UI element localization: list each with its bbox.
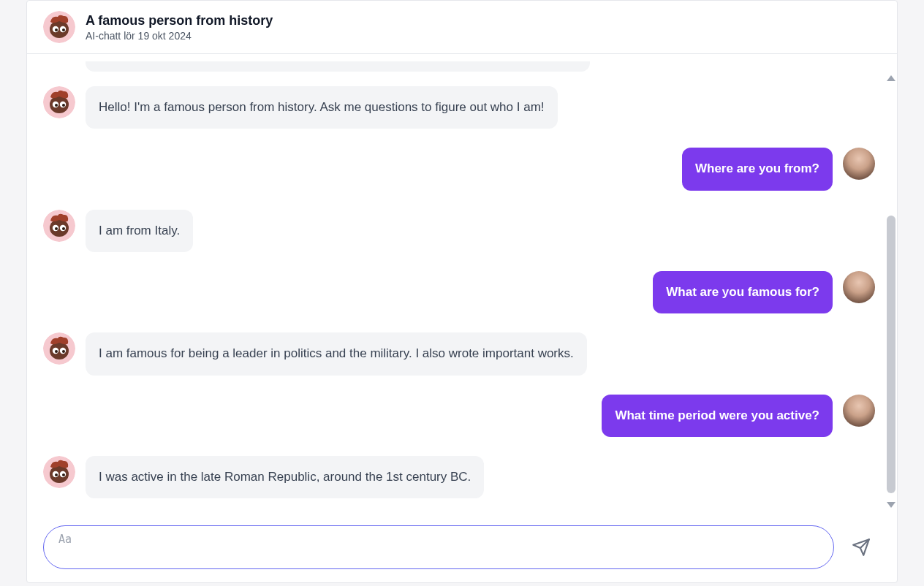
bot-message: I was active in the late Roman Republic,… (86, 456, 484, 498)
bot-avatar-icon (43, 11, 75, 43)
svg-point-28 (55, 473, 58, 476)
message-row: What are you famous for? (43, 271, 875, 313)
bot-message: Hello! I'm a famous person from history.… (86, 86, 558, 129)
previous-message-stub (86, 61, 590, 72)
message-row: What time period were you active? (43, 395, 875, 437)
bot-avatar-icon (43, 332, 75, 365)
send-button[interactable] (847, 533, 875, 561)
svg-point-29 (62, 473, 65, 476)
send-icon (852, 538, 871, 557)
chat-card: A famous person from history AI-chatt lö… (26, 0, 898, 583)
message-row: I am from Italy. (43, 210, 875, 252)
bot-avatar (43, 11, 75, 43)
user-avatar (843, 271, 875, 303)
bot-avatar (43, 456, 75, 488)
messages-area: Hello! I'm a famous person from history.… (27, 54, 897, 521)
message-row: I am famous for being a leader in politi… (43, 332, 875, 375)
user-message: What time period were you active? (602, 395, 833, 437)
svg-point-4 (55, 28, 58, 31)
chat-header: A famous person from history AI-chatt lö… (27, 1, 897, 54)
bot-message: I am famous for being a leader in politi… (86, 332, 587, 375)
bot-avatar-icon (43, 86, 75, 118)
user-avatar (843, 395, 875, 427)
user-avatar (843, 148, 875, 180)
message-input[interactable] (43, 525, 834, 569)
subtitle-date: lör 19 okt 2024 (124, 30, 192, 42)
svg-point-10 (55, 104, 58, 107)
bot-avatar (43, 86, 75, 118)
bot-avatar (43, 332, 75, 365)
user-message: Where are you from? (682, 148, 833, 190)
scrollbar[interactable] (885, 73, 897, 510)
scroll-down-icon[interactable] (887, 502, 895, 508)
message-row: Hello! I'm a famous person from history.… (43, 86, 875, 129)
composer (27, 521, 897, 582)
message-row: Where are you from? (43, 148, 875, 190)
svg-point-17 (62, 227, 65, 230)
svg-point-16 (55, 227, 58, 230)
chat-title: A famous person from history (86, 13, 273, 28)
scroll-thumb[interactable] (887, 216, 895, 493)
message-row: I was active in the late Roman Republic,… (43, 456, 875, 498)
bot-avatar-icon (43, 210, 75, 242)
scroll-up-icon[interactable] (887, 75, 895, 81)
bot-avatar-icon (43, 456, 75, 488)
bot-message: I am from Italy. (86, 210, 193, 252)
svg-point-23 (62, 350, 65, 353)
scroll-track[interactable] (887, 81, 895, 502)
chat-subtitle: AI-chatt lör 19 okt 2024 (86, 30, 273, 42)
user-message: What are you famous for? (653, 271, 833, 313)
svg-point-11 (62, 104, 65, 107)
bot-avatar (43, 210, 75, 242)
svg-point-5 (62, 28, 65, 31)
svg-point-22 (55, 350, 58, 353)
subtitle-prefix: AI-chatt (86, 30, 121, 42)
